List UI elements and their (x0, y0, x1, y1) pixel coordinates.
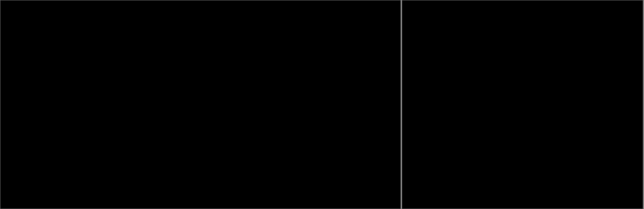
left-terminal[interactable] (0, 0, 401, 209)
terminal-split-view (0, 0, 644, 209)
right-terminal[interactable] (402, 0, 643, 209)
